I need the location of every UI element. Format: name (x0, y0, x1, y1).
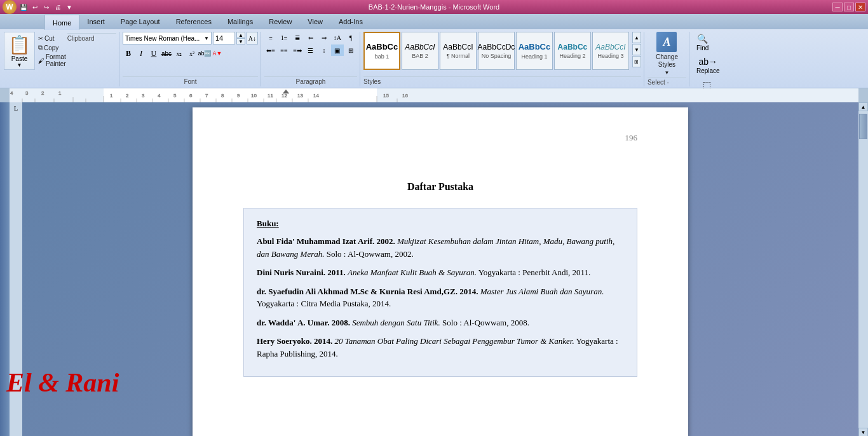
view-ruler-button[interactable]: L (14, 105, 18, 112)
scroll-thumb[interactable] (859, 114, 867, 139)
style-heading2[interactable]: AaBbCc Heading 2 (554, 32, 591, 70)
font-format-row: B I U abc x₂ x² ab🔤 A▼ (123, 48, 223, 59)
ref-category: Buku: (257, 219, 624, 229)
title-bar: W 💾 ↩ ↪ 🖨 ▼ BAB-1-2-Nurien-Manggis - Mic… (0, 0, 868, 14)
decrease-indent-button[interactable]: ⇐ (304, 32, 317, 43)
print-icon[interactable]: 🖨 (53, 2, 63, 12)
style-heading3[interactable]: AaBbCcI Heading 3 (592, 32, 629, 70)
ref4-author: dr. Wadda' A. Umar. 2008. (257, 318, 350, 327)
paste-button[interactable]: 📋 Paste ▼ (4, 32, 35, 70)
styles-scroll-down[interactable]: ▼ (632, 44, 641, 55)
replace-button[interactable]: ab→ Replace (693, 55, 724, 76)
redo-icon[interactable]: ↪ (41, 2, 51, 12)
left-toolbar: L (10, 102, 22, 436)
svg-text:4: 4 (10, 90, 13, 96)
highlight-button[interactable]: ab🔤 (199, 48, 210, 59)
strikethrough-button[interactable]: abc (161, 48, 172, 59)
save-icon[interactable]: 💾 (18, 2, 29, 12)
svg-text:12: 12 (281, 93, 287, 99)
style-heading1[interactable]: AaBbCc Heading 1 (516, 32, 553, 70)
find-button[interactable]: 🔍 Find (693, 32, 712, 53)
numbering-button[interactable]: 1≡ (278, 32, 290, 43)
right-scrollbar: ▲ ▼ (858, 102, 868, 436)
font-group-label: Font (123, 76, 258, 86)
paragraph-group: ≡ 1≡ ≣ ⇐ ⇒ ↕A ¶ ⬅≡ ≡≡ ≡➡ ☰ ↕ ▣ ⊞ (262, 32, 360, 86)
scroll-up-button[interactable]: ▲ (858, 102, 868, 111)
bullets-button[interactable]: ≡ (264, 32, 277, 43)
ref-entry-3: dr. Syaefudin Ali Akhmad M.Sc & Kurnia R… (257, 285, 624, 310)
show-hide-button[interactable]: ¶ (344, 32, 357, 43)
font-selector-row: Times New Roman (Hea... ▼ 14 ▲ ▼ A↓ (123, 32, 258, 44)
style-bab2[interactable]: AaBbCcI BAB 2 (402, 32, 438, 70)
align-left-button[interactable]: ⬅≡ (264, 44, 277, 56)
style-no-spacing[interactable]: AaBbCcDc No Spacing (478, 32, 515, 70)
shading-button[interactable]: ▣ (331, 44, 344, 56)
font-size-box[interactable]: 14 (213, 32, 235, 44)
borders-button[interactable]: ⊞ (344, 44, 357, 56)
svg-text:14: 14 (313, 93, 319, 99)
svg-text:3: 3 (142, 93, 145, 99)
dropdown-arrow-icon[interactable]: ▼ (64, 2, 74, 12)
subscript-button[interactable]: x₂ (173, 48, 185, 59)
italic-button[interactable]: I (135, 48, 147, 59)
svg-text:9: 9 (237, 93, 240, 99)
style-normal[interactable]: AaBbCcI ¶ Normal (440, 32, 477, 70)
underline-button[interactable]: U (148, 48, 159, 59)
tab-review[interactable]: Review (261, 14, 300, 29)
bold-button[interactable]: B (123, 48, 134, 59)
document-page: 196 Daftar Pustaka Buku: Abul Fida' Muha… (193, 107, 688, 436)
tab-view[interactable]: View (300, 14, 331, 29)
clear-formatting-button[interactable]: A↓ (247, 32, 258, 44)
font-size-increase[interactable]: ▲ (236, 32, 245, 38)
align-right-button[interactable]: ≡➡ (291, 44, 304, 56)
close-button[interactable]: ✕ (855, 3, 865, 11)
ref4-publisher: Solo : Al-Qowwam, 2008. (442, 318, 529, 327)
ruler-side-right (858, 88, 868, 102)
tab-page-layout[interactable]: Page Layout (113, 14, 168, 29)
paragraph-group-label: Paragraph (264, 76, 357, 86)
maximize-button[interactable]: □ (844, 3, 854, 11)
format-painter-button[interactable]: 🖌 Format Painter (37, 53, 67, 68)
tab-add-ins[interactable]: Add-Ins (331, 14, 371, 29)
styles-group: AaBbCc bab 1 AaBbCcI BAB 2 AaBbCcI ¶ Nor… (361, 32, 644, 86)
svg-text:6: 6 (189, 93, 193, 99)
chapter-title[interactable]: Daftar Pustaka (243, 181, 637, 193)
change-styles-button[interactable]: A Change Styles ▼ (649, 32, 684, 76)
superscript-button[interactable]: x² (186, 48, 198, 59)
font-size-decrease[interactable]: ▼ (236, 38, 245, 44)
undo-icon[interactable]: ↩ (30, 2, 40, 12)
ref-entry-4: dr. Wadda' A. Umar. 2008. Sembuh dengan … (257, 317, 624, 329)
svg-text:3: 3 (25, 90, 29, 96)
increase-indent-button[interactable]: ⇒ (318, 32, 330, 43)
tab-mailings[interactable]: Mailings (220, 14, 261, 29)
sort-button[interactable]: ↕A (331, 32, 344, 43)
tab-home[interactable]: Home (44, 15, 79, 30)
cut-button[interactable]: ✂ Cut (37, 34, 67, 43)
replace-icon: ab→ (699, 57, 718, 67)
font-color-button[interactable]: A▼ (212, 48, 223, 59)
line-spacing-button[interactable]: ↕ (318, 44, 330, 56)
tab-insert[interactable]: Insert (79, 14, 113, 29)
minimize-button[interactable]: ─ (832, 3, 843, 11)
ref1-author: Abul Fida' Muhammad Izat Arif. 2002. (257, 236, 395, 246)
justify-button[interactable]: ☰ (304, 44, 317, 56)
ribbon-content: 📋 Paste ▼ ✂ Cut ⧉ Copy 🖌 (0, 29, 868, 88)
office-button[interactable]: W (3, 0, 17, 14)
styles-scroll-buttons: ▲ ▼ ⊞ (632, 32, 641, 67)
style-bab1[interactable]: AaBbCc bab 1 (363, 32, 400, 70)
copy-button[interactable]: ⧉ Copy (37, 43, 67, 52)
tab-references[interactable]: References (168, 14, 220, 29)
multilevel-list-button[interactable]: ≣ (291, 32, 304, 43)
align-center-button[interactable]: ≡≡ (278, 44, 290, 56)
change-styles-select: Select - (648, 77, 686, 87)
ref3-title: Master Jus Alami Buah dan Sayuran. (480, 287, 604, 296)
ref2-title: Aneka Manfaat Kulit Buah & Sayuran. (348, 268, 477, 277)
svg-text:16: 16 (402, 93, 408, 99)
svg-text:10: 10 (251, 93, 257, 99)
ref5-author: Hery Soeryoko. 2014. (257, 336, 332, 346)
font-name-box[interactable]: Times New Roman (Hea... ▼ (123, 32, 212, 44)
styles-gallery: AaBbCc bab 1 AaBbCcI BAB 2 AaBbCcI ¶ Nor… (363, 32, 629, 70)
styles-scroll-up[interactable]: ▲ (632, 32, 641, 43)
styles-expand[interactable]: ⊞ (632, 56, 641, 67)
scroll-down-button[interactable]: ▼ (858, 428, 868, 436)
